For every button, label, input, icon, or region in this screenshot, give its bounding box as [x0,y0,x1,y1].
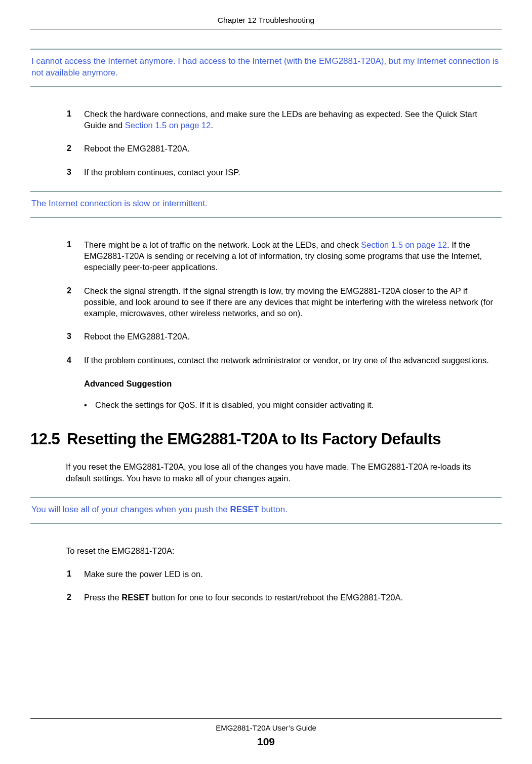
list-text: Press the RESET button for one to four s… [84,592,497,603]
list-text: Make sure the power LED is on. [84,568,497,580]
list-number: 2 [66,143,84,154]
list-number: 3 [66,331,84,342]
callout-text: You will lose all of your changes when y… [31,504,501,516]
list-number: 1 [66,108,84,131]
footer-guide-name: EMG2881-T20A User’s Guide [0,723,532,733]
list-text: Check the signal strength. If the signal… [84,285,497,319]
body-paragraph: To reset the EMG2881-T20A: [66,545,497,556]
callout-slow-internet: The Internet connection is slow or inter… [30,191,502,218]
page-number: 109 [0,735,532,749]
list-reset-steps: 1 Make sure the power LED is on. 2 Press… [66,568,497,603]
list-item: 3 If the problem continues, contact your… [66,167,497,178]
advanced-suggestion-heading: Advanced Suggestion [84,378,497,389]
callout-reset-warning: You will lose all of your changes when y… [30,497,502,524]
page-container: Chapter 12 Troubleshooting I cannot acce… [0,0,532,764]
section-title: Resetting the EMG2881-T20A to Its Factor… [67,430,441,448]
list-text: Check the hardware connections, and make… [84,108,497,131]
list-number: 4 [66,355,84,366]
reset-label: RESET [121,593,149,602]
text-pre: You will lose all of your changes when y… [31,505,230,514]
list-number: 1 [66,568,84,580]
bullet-item: • Check the settings for QoS. If it is d… [84,399,497,410]
list-slow-internet: 1 There might be a lot of traffic on the… [66,239,497,411]
list-text: Reboot the EMG2881-T20A. [84,143,497,154]
list-item: 3 Reboot the EMG2881-T20A. [66,331,497,342]
list-text: If the problem continues, contact the ne… [84,355,497,366]
list-item: 4 If the problem continues, contact the … [66,355,497,366]
callout-no-internet: I cannot access the Internet anymore. I … [30,49,502,87]
list-number: 3 [66,167,84,178]
text-pre: Press the [84,593,121,602]
list-item: 2 Check the signal strength. If the sign… [66,285,497,319]
text-post: . [211,121,213,130]
list-text: There might be a lot of traffic on the n… [84,239,497,273]
list-number: 2 [66,285,84,319]
list-number: 2 [66,592,84,603]
cross-reference-link[interactable]: Section 1.5 on page 12 [361,240,447,249]
footer-rule [30,718,502,719]
list-number: 1 [66,239,84,273]
list-item: 2 Press the RESET button for one to four… [66,592,497,603]
callout-text: The Internet connection is slow or inter… [31,198,501,210]
text-post: button. [259,505,288,514]
bullet-text: Check the settings for QoS. If it is dis… [95,399,497,410]
cross-reference-link[interactable]: Section 1.5 on page 12 [125,121,211,130]
text-pre: There might be a lot of traffic on the n… [84,240,361,249]
callout-text: I cannot access the Internet anymore. I … [31,56,501,79]
list-item: 1 There might be a lot of traffic on the… [66,239,497,273]
text-post: button for one to four seconds to restar… [149,593,403,602]
section-heading: 12.5Resetting the EMG2881-T20A to Its Fa… [30,429,502,450]
body-paragraph: If you reset the EMG2881-T20A, you lose … [66,461,497,484]
section-number: 12.5 [30,429,60,450]
list-text: If the problem continues, contact your I… [84,167,497,178]
chapter-header: Chapter 12 Troubleshooting [30,10,502,29]
page-footer: EMG2881-T20A User’s Guide 109 [0,718,532,749]
reset-label: RESET [230,505,259,514]
list-no-internet: 1 Check the hardware connections, and ma… [66,108,497,178]
list-item: 1 Make sure the power LED is on. [66,568,497,580]
list-item: 2 Reboot the EMG2881-T20A. [66,143,497,154]
bullet-icon: • [84,399,95,410]
list-item: 1 Check the hardware connections, and ma… [66,108,497,131]
list-text: Reboot the EMG2881-T20A. [84,331,497,342]
